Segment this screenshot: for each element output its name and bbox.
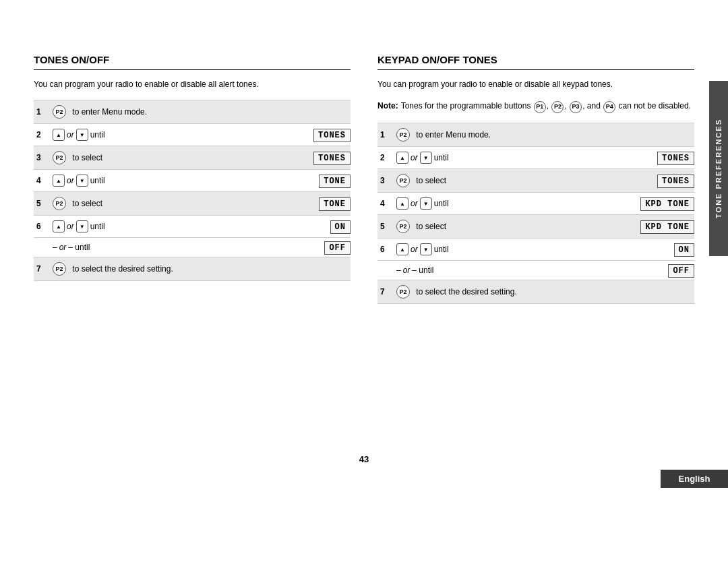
right-step-5: 5 P2 to select KPD TONE	[377, 214, 694, 238]
left-step-4-desc: or until	[49, 172, 319, 189]
arrow-up-icon	[53, 129, 65, 141]
note-label: Note:	[377, 100, 398, 113]
left-step-6b-desc: – or – until	[49, 240, 324, 255]
p3-badge: P3	[570, 101, 582, 113]
side-tab-label: TONE PREFERENCES	[715, 119, 723, 218]
left-step-4: 4 or until TONE	[34, 169, 351, 191]
page-container: TONE PREFERENCES English 43 TONES ON/OFF…	[0, 0, 728, 562]
english-badge: English	[661, 470, 728, 488]
right-step-7-num: 7	[377, 287, 392, 296]
left-step-1-desc: P2 to enter Menu mode.	[49, 102, 351, 121]
right-step-6b-desc: – or – until	[392, 263, 668, 278]
right-step-4-desc: or until	[392, 195, 640, 212]
r-arrow-down-6	[420, 243, 432, 255]
left-step-2: 2 or until TONES	[34, 123, 351, 146]
left-step-1: 1 P2 to enter Menu mode.	[34, 100, 351, 123]
left-step-3-num: 3	[34, 153, 49, 162]
right-step-6-num: 6	[377, 245, 392, 254]
note-text: Tones for the programmable buttons P1, P…	[401, 100, 691, 113]
r-arrow-up-2	[396, 152, 408, 164]
left-step-3: 3 P2 to select TONES	[34, 146, 351, 169]
r-arrow-down-2	[420, 152, 432, 164]
left-section: TONES ON/OFF You can program your radio …	[34, 54, 351, 304]
right-section-title: KEYPAD ON/OFF TONES	[377, 54, 694, 70]
note-block: Note: Tones for the programmable buttons…	[377, 100, 694, 113]
right-step-7-desc: P2 to select the desired setting.	[392, 282, 694, 301]
left-step-6: 6 or until ON	[34, 215, 351, 237]
p2-note-badge: P2	[551, 101, 564, 113]
right-section-intro: You can program your radio to enable or …	[377, 78, 694, 90]
arrow-up-icon-6	[53, 220, 65, 232]
right-step-3-display: TONES	[657, 175, 694, 186]
right-step-7: 7 P2 to select the desired setting.	[377, 280, 694, 304]
r-arrow-down-4	[420, 197, 432, 210]
left-step-1-num: 1	[34, 107, 49, 117]
left-step-6-desc: or until	[49, 218, 330, 235]
p1-badge: P1	[534, 101, 546, 113]
right-step-4-display: KPD TONE	[640, 198, 694, 209]
left-step-6-num: 6	[34, 222, 49, 231]
left-step-4-display: TONE	[319, 175, 351, 186]
right-step-6: 6 or until ON	[377, 238, 694, 260]
arrow-up-icon-4	[53, 175, 65, 187]
right-step-1: 1 P2 to enter Menu mode.	[377, 123, 694, 146]
r-arrow-up-4	[396, 197, 408, 210]
left-step-7: 7 P2 to select the desired setting.	[34, 257, 351, 281]
right-step-6-display: ON	[674, 244, 694, 255]
r-p2-badge-3: P2	[396, 174, 410, 187]
right-step-2-desc: or until	[392, 149, 657, 166]
left-step-2-num: 2	[34, 130, 49, 139]
right-step-2-display: TONES	[657, 152, 694, 163]
arrow-down-icon-6	[76, 220, 88, 232]
side-tab: TONE PREFERENCES	[709, 81, 728, 256]
left-step-3-display: TONES	[313, 152, 351, 163]
r-arrow-up-6	[396, 243, 408, 255]
p2-badge-5: P2	[53, 197, 66, 210]
arrow-down-icon	[76, 129, 88, 141]
right-step-3-desc: P2 to select	[392, 171, 657, 190]
right-step-5-display: KPD TONE	[640, 221, 694, 232]
right-step-1-num: 1	[377, 130, 392, 139]
p2-badge-7: P2	[53, 262, 66, 276]
right-step-6b-display: OFF	[668, 265, 694, 276]
left-step-7-num: 7	[34, 264, 49, 274]
right-step-6b: – or – until OFF	[377, 260, 694, 280]
r-p2-badge-1: P2	[396, 128, 410, 142]
right-step-4-num: 4	[377, 199, 392, 208]
left-step-4-num: 4	[34, 176, 49, 185]
left-step-5-display: TONE	[319, 198, 351, 209]
left-step-5: 5 P2 to select TONE	[34, 191, 351, 215]
right-step-5-desc: P2 to select	[392, 217, 640, 236]
left-step-5-desc: P2 to select	[49, 194, 319, 213]
right-step-3: 3 P2 to select TONES	[377, 168, 694, 192]
p4-badge: P4	[603, 101, 615, 113]
right-step-4: 4 or until KPD TONE	[377, 192, 694, 214]
right-step-2-num: 2	[377, 153, 392, 162]
left-step-6b: – or – until OFF	[34, 237, 351, 257]
left-step-2-display: TONES	[313, 129, 351, 140]
left-step-5-num: 5	[34, 199, 49, 208]
left-step-6-display: ON	[330, 221, 351, 232]
right-step-5-num: 5	[377, 222, 392, 231]
left-step-2-desc: or until	[49, 126, 313, 144]
right-step-2: 2 or until TONES	[377, 146, 694, 168]
r-p2-badge-7: P2	[396, 285, 410, 299]
left-step-6b-display: OFF	[324, 242, 351, 253]
left-section-title: TONES ON/OFF	[34, 54, 351, 70]
right-step-6-desc: or until	[392, 241, 674, 258]
right-section: KEYPAD ON/OFF TONES You can program your…	[377, 54, 694, 304]
left-step-3-desc: P2 to select	[49, 148, 313, 167]
p2-badge-3: P2	[53, 151, 66, 164]
r-p2-badge-5: P2	[396, 220, 410, 233]
arrow-down-icon-4	[76, 175, 88, 187]
p2-badge: P2	[53, 105, 66, 119]
left-step-7-desc: P2 to select the desired setting.	[49, 259, 351, 278]
page-number: 43	[359, 454, 369, 464]
content-area: TONES ON/OFF You can program your radio …	[34, 54, 694, 304]
right-step-3-num: 3	[377, 176, 392, 185]
left-section-intro: You can program your radio to enable or …	[34, 78, 351, 90]
right-step-1-desc: P2 to enter Menu mode.	[392, 125, 694, 144]
